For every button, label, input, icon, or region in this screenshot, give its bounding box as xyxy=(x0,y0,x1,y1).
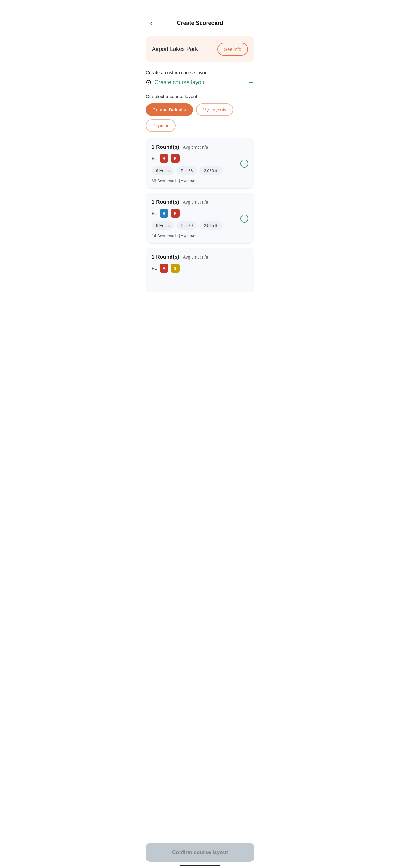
card-2-radio[interactable] xyxy=(240,215,248,223)
see-info-button[interactable]: See info xyxy=(218,43,248,56)
card-1-r1-label: R1 xyxy=(152,156,157,161)
page-title: Create Scorecard xyxy=(177,20,223,26)
card-3-avg-time: Avg time: n/a xyxy=(183,254,208,259)
park-name: Airport Lakes Park xyxy=(152,46,198,53)
layout-card-3[interactable]: 1 Round(s) Avg time: n/a R1 R G xyxy=(146,248,254,292)
card-3-r1-row: R1 R G xyxy=(152,264,248,273)
create-layout-text: Create course layout xyxy=(155,79,206,86)
card-1-top: 1 Round(s) Avg time: n/a xyxy=(152,144,248,150)
create-layout-left: ⊙ Create course layout xyxy=(146,78,206,86)
card-1-distance: 2,030 ft. xyxy=(199,166,223,175)
card-2-badge-2: R xyxy=(171,209,179,218)
home-indicator xyxy=(180,865,220,866)
card-3-badge-1: R xyxy=(160,264,168,273)
card-1-r1-row: R1 R R xyxy=(152,154,248,163)
tab-popular[interactable]: Popular xyxy=(146,119,175,132)
card-1-radio[interactable] xyxy=(240,160,248,168)
layout-card-2[interactable]: 1 Round(s) Avg time: n/a R1 B R 9 Holes … xyxy=(146,193,254,244)
card-2-distance: 2,565 ft. xyxy=(199,221,223,230)
card-2-top: 1 Round(s) Avg time: n/a xyxy=(152,199,248,205)
card-1-badge-2: R xyxy=(171,154,179,163)
park-card: Airport Lakes Park See info xyxy=(146,36,254,62)
card-1-tags: 9 Holes Par 28 2,030 ft. xyxy=(152,166,248,175)
card-2-tags: 9 Holes Par 29 2,565 ft. xyxy=(152,221,248,230)
card-1-avg-time: Avg time: n/a xyxy=(183,145,208,150)
card-2-scorecards: 14 Scorecards | Avg: n/a xyxy=(152,234,195,238)
create-layout-row[interactable]: ⊙ Create course layout → xyxy=(146,78,254,86)
main-content: Airport Lakes Park See info Create a cus… xyxy=(139,34,261,328)
card-2-rounds: 1 Round(s) xyxy=(152,199,179,205)
card-1-badge-1: R xyxy=(160,154,168,163)
card-2-r1-row: R1 B R xyxy=(152,209,248,218)
back-button[interactable]: ‹ xyxy=(146,18,157,29)
layout-card-1[interactable]: 1 Round(s) Avg time: n/a R1 R R 9 Holes … xyxy=(146,138,254,189)
card-1-par: Par 28 xyxy=(176,166,197,175)
tab-my-layouts[interactable]: My Layouts xyxy=(196,103,233,116)
card-1-scorecards: 66 Scorecards | Avg: n/a xyxy=(152,179,195,183)
arrow-right-icon: → xyxy=(247,78,254,86)
card-3-rounds: 1 Round(s) xyxy=(152,254,179,260)
card-3-badge-2: G xyxy=(171,264,179,273)
tab-course-defaults[interactable]: Course Defaults xyxy=(146,103,193,116)
header: ‹ Create Scorecard xyxy=(139,14,261,34)
back-icon: ‹ xyxy=(150,19,152,27)
card-2-avg-time: Avg time: n/a xyxy=(183,199,208,205)
card-2-badge-1: B xyxy=(160,209,168,218)
status-bar xyxy=(139,0,261,14)
confirm-button[interactable]: Confirm course layout xyxy=(146,843,254,862)
create-hint: Create a custom course layout xyxy=(146,70,254,75)
card-2-par: Par 29 xyxy=(176,221,197,230)
card-2-holes: 9 Holes xyxy=(152,221,174,230)
or-label: Or select a course layout xyxy=(146,94,254,99)
tab-row: Course Defaults My Layouts Popular xyxy=(146,103,254,132)
card-1-rounds: 1 Round(s) xyxy=(152,144,179,150)
card-2-r1-label: R1 xyxy=(152,211,157,216)
card-1-holes: 9 Holes xyxy=(152,166,174,175)
layout-icon: ⊙ xyxy=(146,78,151,86)
card-3-top: 1 Round(s) Avg time: n/a xyxy=(152,254,248,260)
card-3-r1-label: R1 xyxy=(152,266,157,271)
